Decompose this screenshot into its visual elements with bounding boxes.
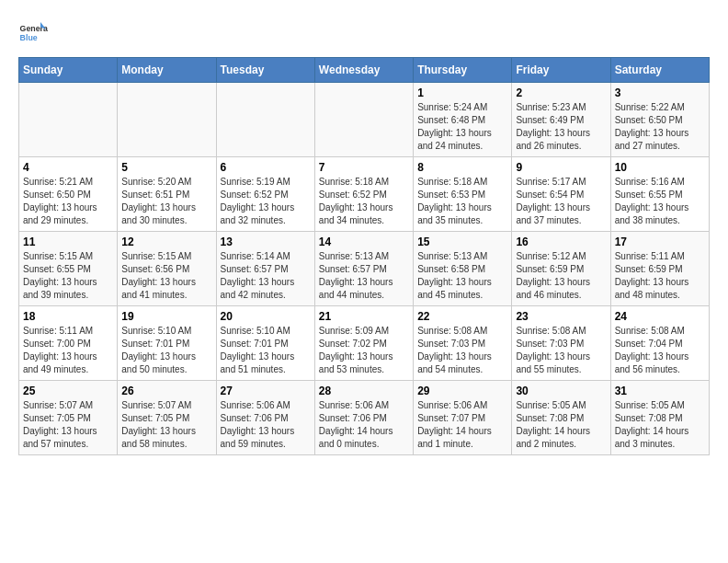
day-cell: 13Sunrise: 5:14 AM Sunset: 6:57 PM Dayli… [216,232,314,306]
day-number: 20 [221,310,311,323]
day-cell: 18Sunrise: 5:11 AM Sunset: 7:00 PM Dayli… [19,306,118,381]
day-cell: 15Sunrise: 5:13 AM Sunset: 6:58 PM Dayli… [414,232,512,306]
day-cell: 20Sunrise: 5:10 AM Sunset: 7:01 PM Dayli… [216,306,314,381]
header-cell-thursday: Thursday [414,58,512,83]
day-number: 9 [516,161,606,174]
day-info: Sunrise: 5:22 AM Sunset: 6:50 PM Dayligh… [615,101,705,153]
day-cell: 11Sunrise: 5:15 AM Sunset: 6:55 PM Dayli… [19,232,118,306]
day-number: 7 [319,161,409,174]
day-number: 28 [319,385,409,397]
week-row-4: 18Sunrise: 5:11 AM Sunset: 7:00 PM Dayli… [19,306,710,381]
day-cell: 22Sunrise: 5:08 AM Sunset: 7:03 PM Dayli… [414,306,512,381]
day-number: 31 [615,385,705,397]
header-cell-monday: Monday [118,58,216,83]
day-info: Sunrise: 5:08 AM Sunset: 7:04 PM Dayligh… [615,325,705,376]
day-info: Sunrise: 5:11 AM Sunset: 7:00 PM Dayligh… [23,325,113,376]
day-info: Sunrise: 5:05 AM Sunset: 7:08 PM Dayligh… [615,399,705,451]
day-cell: 4Sunrise: 5:21 AM Sunset: 6:50 PM Daylig… [19,157,118,232]
day-cell: 23Sunrise: 5:08 AM Sunset: 7:03 PM Dayli… [512,306,610,381]
day-cell: 25Sunrise: 5:07 AM Sunset: 7:05 PM Dayli… [19,381,118,455]
day-cell: 1Sunrise: 5:24 AM Sunset: 6:48 PM Daylig… [414,83,512,157]
day-info: Sunrise: 5:08 AM Sunset: 7:03 PM Dayligh… [516,325,606,376]
day-info: Sunrise: 5:15 AM Sunset: 6:56 PM Dayligh… [121,250,211,302]
day-cell: 19Sunrise: 5:10 AM Sunset: 7:01 PM Dayli… [118,306,216,381]
day-info: Sunrise: 5:10 AM Sunset: 7:01 PM Dayligh… [221,325,311,376]
logo: General Blue [18,18,48,48]
day-cell: 8Sunrise: 5:18 AM Sunset: 6:53 PM Daylig… [414,157,512,232]
header-cell-saturday: Saturday [610,58,709,83]
day-number: 21 [319,310,409,323]
day-cell: 9Sunrise: 5:17 AM Sunset: 6:54 PM Daylig… [512,157,610,232]
svg-text:General: General [20,24,48,33]
day-number: 15 [417,236,507,248]
day-info: Sunrise: 5:13 AM Sunset: 6:57 PM Dayligh… [319,250,409,302]
day-info: Sunrise: 5:21 AM Sunset: 6:50 PM Dayligh… [23,176,113,227]
day-number: 11 [23,236,113,248]
day-info: Sunrise: 5:18 AM Sunset: 6:52 PM Dayligh… [319,176,409,227]
day-info: Sunrise: 5:06 AM Sunset: 7:06 PM Dayligh… [319,399,409,451]
day-number: 8 [417,161,507,174]
day-number: 10 [615,161,705,174]
day-cell: 10Sunrise: 5:16 AM Sunset: 6:55 PM Dayli… [610,157,709,232]
day-number: 5 [121,161,211,174]
day-info: Sunrise: 5:13 AM Sunset: 6:58 PM Dayligh… [417,250,507,302]
week-row-1: 1Sunrise: 5:24 AM Sunset: 6:48 PM Daylig… [19,83,710,157]
day-info: Sunrise: 5:07 AM Sunset: 7:05 PM Dayligh… [121,399,211,451]
day-info: Sunrise: 5:19 AM Sunset: 6:52 PM Dayligh… [221,176,311,227]
day-cell: 2Sunrise: 5:23 AM Sunset: 6:49 PM Daylig… [512,83,610,157]
day-cell: 5Sunrise: 5:20 AM Sunset: 6:51 PM Daylig… [118,157,216,232]
day-cell: 24Sunrise: 5:08 AM Sunset: 7:04 PM Dayli… [610,306,709,381]
day-cell [118,83,216,157]
day-cell: 3Sunrise: 5:22 AM Sunset: 6:50 PM Daylig… [610,83,709,157]
day-cell [216,83,314,157]
day-number: 19 [121,310,211,323]
day-number: 25 [23,385,113,397]
day-number: 27 [221,385,311,397]
header-cell-tuesday: Tuesday [216,58,314,83]
day-number: 2 [516,86,606,99]
day-number: 16 [516,236,606,248]
day-cell: 26Sunrise: 5:07 AM Sunset: 7:05 PM Dayli… [118,381,216,455]
day-cell: 12Sunrise: 5:15 AM Sunset: 6:56 PM Dayli… [118,232,216,306]
day-info: Sunrise: 5:20 AM Sunset: 6:51 PM Dayligh… [121,176,211,227]
day-cell: 7Sunrise: 5:18 AM Sunset: 6:52 PM Daylig… [314,157,413,232]
day-number: 23 [516,310,606,323]
day-info: Sunrise: 5:06 AM Sunset: 7:06 PM Dayligh… [221,399,311,451]
day-info: Sunrise: 5:18 AM Sunset: 6:53 PM Dayligh… [417,176,507,227]
header-cell-wednesday: Wednesday [314,58,413,83]
day-info: Sunrise: 5:15 AM Sunset: 6:55 PM Dayligh… [23,250,113,302]
header-cell-friday: Friday [512,58,610,83]
day-info: Sunrise: 5:17 AM Sunset: 6:54 PM Dayligh… [516,176,606,227]
logo-icon: General Blue [18,18,48,48]
day-number: 13 [221,236,311,248]
week-row-3: 11Sunrise: 5:15 AM Sunset: 6:55 PM Dayli… [19,232,710,306]
day-info: Sunrise: 5:11 AM Sunset: 6:59 PM Dayligh… [615,250,705,302]
day-info: Sunrise: 5:14 AM Sunset: 6:57 PM Dayligh… [221,250,311,302]
day-number: 14 [319,236,409,248]
day-number: 24 [615,310,705,323]
day-number: 26 [121,385,211,397]
day-cell: 29Sunrise: 5:06 AM Sunset: 7:07 PM Dayli… [414,381,512,455]
day-number: 18 [23,310,113,323]
day-info: Sunrise: 5:08 AM Sunset: 7:03 PM Dayligh… [417,325,507,376]
day-cell: 14Sunrise: 5:13 AM Sunset: 6:57 PM Dayli… [314,232,413,306]
day-number: 6 [221,161,311,174]
day-info: Sunrise: 5:12 AM Sunset: 6:59 PM Dayligh… [516,250,606,302]
day-cell: 31Sunrise: 5:05 AM Sunset: 7:08 PM Dayli… [610,381,709,455]
day-cell [314,83,413,157]
day-number: 3 [615,86,705,99]
day-number: 4 [23,161,113,174]
day-cell: 28Sunrise: 5:06 AM Sunset: 7:06 PM Dayli… [314,381,413,455]
day-cell: 30Sunrise: 5:05 AM Sunset: 7:08 PM Dayli… [512,381,610,455]
day-number: 29 [417,385,507,397]
day-number: 17 [615,236,705,248]
day-info: Sunrise: 5:23 AM Sunset: 6:49 PM Dayligh… [516,101,606,153]
header-row: SundayMondayTuesdayWednesdayThursdayFrid… [19,58,710,83]
week-row-5: 25Sunrise: 5:07 AM Sunset: 7:05 PM Dayli… [19,381,710,455]
day-info: Sunrise: 5:05 AM Sunset: 7:08 PM Dayligh… [516,399,606,451]
day-cell: 21Sunrise: 5:09 AM Sunset: 7:02 PM Dayli… [314,306,413,381]
day-info: Sunrise: 5:07 AM Sunset: 7:05 PM Dayligh… [23,399,113,451]
day-number: 30 [516,385,606,397]
day-number: 22 [417,310,507,323]
day-cell: 17Sunrise: 5:11 AM Sunset: 6:59 PM Dayli… [610,232,709,306]
